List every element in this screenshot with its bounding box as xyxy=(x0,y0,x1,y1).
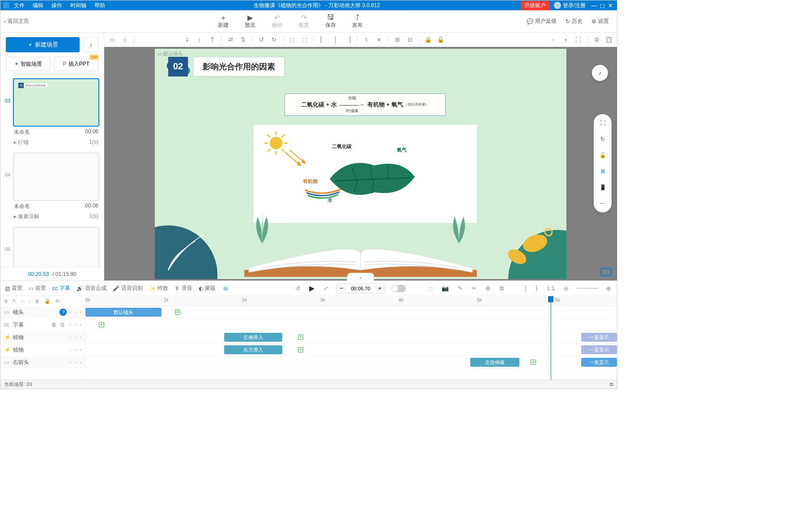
dist-v-icon[interactable]: ≡ xyxy=(374,35,383,44)
filter-tool-icon[interactable]: ⚙ xyxy=(484,285,492,292)
align-right-icon[interactable]: ▕ xyxy=(344,35,353,44)
tab-rec[interactable]: 🎙录音 xyxy=(174,284,192,292)
track-header-2[interactable]: ⚡植物••• xyxy=(0,331,85,343)
history-link[interactable]: ↻历史 xyxy=(565,17,582,25)
tab-fg[interactable]: ▭前景 xyxy=(29,284,46,292)
snap-toggle[interactable] xyxy=(391,285,406,292)
zoom-in-icon[interactable]: ＋ xyxy=(561,35,570,44)
tl-eye-icon[interactable]: 👁 xyxy=(55,298,60,304)
bracket-left-icon[interactable]: ⟨ xyxy=(523,285,528,292)
home-icon[interactable]: ⌂ xyxy=(120,35,129,44)
rotate-left-icon[interactable]: ↺ xyxy=(257,35,266,44)
avatar-icon[interactable] xyxy=(554,2,561,9)
safe-zone-icon[interactable] xyxy=(601,268,612,276)
menu-timeline[interactable]: 时间轴 xyxy=(70,2,86,9)
rewind-icon[interactable]: ↺ xyxy=(294,285,302,292)
cut-tool-icon[interactable]: ✂ xyxy=(470,285,478,292)
keyframe-add[interactable]: + xyxy=(298,335,303,340)
ai-scene-button[interactable]: ✦智能场景 xyxy=(6,57,51,71)
feedback-link[interactable]: 💬用户反馈 xyxy=(527,17,557,25)
menu-file[interactable]: 文件 xyxy=(14,2,25,9)
zoom-slider[interactable] xyxy=(576,288,599,289)
playhead[interactable] xyxy=(551,296,551,380)
clip[interactable]: 右方滑入 xyxy=(224,345,282,354)
preview-button[interactable]: ▶预览 xyxy=(245,13,255,29)
slide-canvas[interactable]: ▭ 默认镜头 02 影响光合作用的因素 二氧化碳 + 水 光能 ———→ 叶绿体 xyxy=(155,49,566,279)
expand-icon[interactable]: ⤢ xyxy=(322,285,330,292)
fullscreen-icon[interactable]: ⛶ xyxy=(598,119,607,127)
align-top-icon[interactable]: ⤓ xyxy=(183,35,191,44)
time-plus-button[interactable]: + xyxy=(375,285,385,292)
clip[interactable]: 左侧滑入 xyxy=(224,333,282,342)
upgrade-button[interactable]: 升级账户 xyxy=(521,1,549,10)
tab-tts[interactable]: 🔊语音合成 xyxy=(77,284,106,292)
copy-icon[interactable]: ⧉ xyxy=(592,35,601,44)
new-scene-button[interactable]: ＋ 新建场景 xyxy=(6,37,80,52)
tl-up-icon[interactable]: ↑ xyxy=(21,298,24,304)
clip-tail[interactable]: 一直显示 xyxy=(581,358,617,367)
time-minus-button[interactable]: − xyxy=(336,285,346,292)
paste-icon[interactable]: 📋 xyxy=(604,35,613,44)
track-header-3[interactable]: ⚡植物••• xyxy=(0,343,85,356)
menu-help[interactable]: 帮助 xyxy=(94,2,105,9)
lock-icon[interactable]: 🔒 xyxy=(424,35,433,44)
zoom-in-tl-icon[interactable]: ⊕ xyxy=(605,285,612,292)
insert-ppt-button[interactable]: P插入PPTVIP xyxy=(54,57,99,71)
collapse-canvas-button[interactable]: ⌄ xyxy=(347,273,374,281)
fit-icon[interactable]: ⛶ xyxy=(574,35,582,44)
layers-icon[interactable]: ▭ xyxy=(108,35,117,44)
unlock-view-icon[interactable]: 🔓 xyxy=(598,151,607,160)
tab-bg[interactable]: ▨背景 xyxy=(5,284,22,292)
track-2[interactable]: 左侧滑入+一直显示 xyxy=(85,331,617,343)
menu-action[interactable]: 操作 xyxy=(51,2,62,9)
track-header-4[interactable]: ▭右箭头••• xyxy=(0,356,85,369)
align-left-icon[interactable]: ▏ xyxy=(319,35,327,44)
bracket-right-icon[interactable]: ⟩ xyxy=(534,285,539,292)
login-link[interactable]: 登录/注册 xyxy=(563,2,586,9)
zoom-out-tl-icon[interactable]: ⊖ xyxy=(562,285,570,292)
publish-button[interactable]: ⤴发布 xyxy=(352,13,363,29)
unlock-icon[interactable]: 🔓 xyxy=(436,35,445,44)
menu-edit[interactable]: 编辑 xyxy=(33,2,43,9)
tl-add-icon[interactable]: ⊕ xyxy=(4,298,8,304)
tab-more-icon[interactable]: ⊖ xyxy=(222,285,230,292)
track-header-1[interactable]: cc字幕🗑⧉••• xyxy=(0,318,85,331)
track-3[interactable]: 右方滑入+一直显示 xyxy=(85,343,617,356)
desktop-view-icon[interactable]: 🖥 xyxy=(598,167,607,176)
group-icon[interactable]: ⊞ xyxy=(393,35,402,44)
tl-lock-icon[interactable]: 🔒 xyxy=(44,298,51,304)
rotate-icon[interactable]: ↻ xyxy=(598,135,607,144)
tab-mask[interactable]: ◐蒙版 xyxy=(199,284,216,292)
align-vcenter-icon[interactable]: ↕ xyxy=(195,35,204,44)
ungroup-icon[interactable]: ⊟ xyxy=(405,35,414,44)
rotate-right-icon[interactable]: ↻ xyxy=(269,35,278,44)
more-view-icon[interactable]: ⋯ xyxy=(598,199,607,208)
mobile-view-icon[interactable]: 📱 xyxy=(598,183,607,192)
keyframe-add[interactable]: + xyxy=(298,347,303,352)
clip-tail[interactable]: 一直显示 xyxy=(581,345,617,354)
back-home-button[interactable]: ‹返回主页 xyxy=(0,17,54,25)
align-bottom-icon[interactable]: ⤒ xyxy=(208,35,217,44)
marker-icon[interactable]: ⸬ xyxy=(427,285,434,292)
track-1[interactable]: + xyxy=(85,318,617,331)
link-tool-icon[interactable]: ⧉ xyxy=(498,285,505,292)
track-4[interactable]: 左边伸展+一直显示 xyxy=(85,356,617,369)
dist-h-icon[interactable]: ⫴ xyxy=(362,35,371,44)
tab-fx[interactable]: ✨特效 xyxy=(149,284,168,292)
bring-front-icon[interactable]: ⬚ xyxy=(288,35,297,44)
settings-link[interactable]: ⚙设置 xyxy=(591,17,609,25)
ratio-icon[interactable]: 1:1 xyxy=(545,285,556,292)
tl-folder-icon[interactable]: ⇱ xyxy=(13,298,17,304)
tab-asr[interactable]: 🎤语音识别 xyxy=(113,284,143,292)
send-back-icon[interactable]: ⬚ xyxy=(300,35,309,44)
tab-sub[interactable]: cc字幕 xyxy=(52,284,70,292)
clip[interactable]: 左边伸展 xyxy=(470,358,519,367)
status-copy-icon[interactable]: ⧉ xyxy=(610,382,613,387)
tl-delete-icon[interactable]: 🗑 xyxy=(35,298,40,304)
zoom-out-icon[interactable]: － xyxy=(548,35,557,44)
track-0[interactable]: 默认镜头+ xyxy=(85,306,617,318)
minimize-button[interactable]: — xyxy=(590,2,598,9)
scene-thumb-03[interactable]: 02影响光合作用的因素未命名00:06▸ 行铺1(s) xyxy=(13,78,99,149)
save-button[interactable]: 🖫保存 xyxy=(325,13,336,29)
time-input[interactable] xyxy=(346,286,375,291)
